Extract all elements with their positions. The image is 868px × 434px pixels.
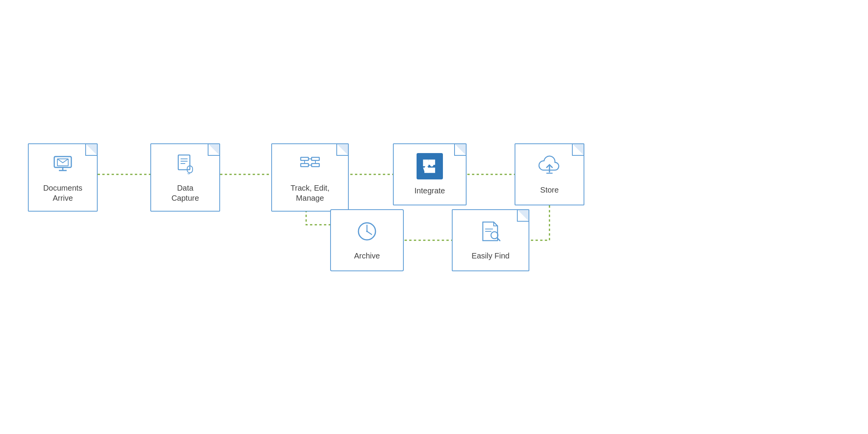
card-archive: Archive [330, 209, 404, 271]
svg-point-28 [366, 231, 368, 232]
card-archive-label: Archive [354, 251, 380, 261]
svg-rect-15 [301, 157, 308, 160]
svg-rect-18 [312, 164, 319, 167]
puzzle-icon [417, 153, 443, 179]
track-edit-icon [298, 152, 322, 178]
search-doc-icon [479, 220, 502, 246]
svg-rect-17 [301, 164, 308, 167]
clock-icon [355, 220, 379, 246]
data-capture-icon [174, 152, 197, 178]
card-easily-find: Easily Find [452, 209, 529, 271]
connectors-layer [0, 0, 868, 434]
card-integrate: Integrate [393, 143, 467, 205]
card-documents-arrive-label: Documents Arrive [43, 183, 82, 203]
card-documents-arrive: Documents Arrive [28, 143, 98, 212]
email-monitor-icon [51, 152, 74, 178]
card-store-label: Store [540, 185, 559, 195]
card-store: Store [515, 143, 584, 205]
card-track-edit-manage-label: Track, Edit, Manage [291, 183, 329, 203]
card-data-capture-label: Data Capture [171, 183, 199, 203]
svg-rect-9 [178, 155, 190, 170]
card-track-edit-manage: Track, Edit, Manage [271, 143, 349, 212]
card-easily-find-label: Easily Find [472, 251, 510, 261]
card-integrate-label: Integrate [415, 186, 445, 196]
cloud-upload-icon [538, 154, 561, 180]
card-data-capture: Data Capture [150, 143, 220, 212]
svg-line-27 [367, 231, 372, 234]
svg-rect-16 [312, 157, 319, 160]
diagram-container: Documents Arrive Data Capture [0, 0, 868, 434]
